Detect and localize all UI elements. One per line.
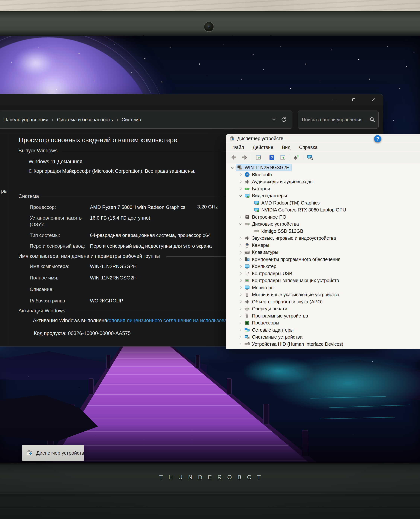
- info-row: Имя компьютера:WIN-11N2RNGSG2H: [30, 263, 255, 270]
- expander-closed-icon[interactable]: [237, 250, 244, 255]
- computer-icon: [237, 165, 243, 171]
- menu-item[interactable]: Справка: [299, 145, 318, 150]
- license-terms-link[interactable]: Условия лицензионного соглашения на испо…: [106, 318, 240, 323]
- expander-closed-icon[interactable]: [237, 179, 244, 184]
- laptop-brand-logo: THUNDEROBOT: [0, 474, 420, 481]
- expander-closed-icon[interactable]: [237, 278, 244, 283]
- minimize-button[interactable]: [330, 96, 338, 104]
- expander-closed-icon[interactable]: [237, 214, 244, 220]
- section-title: Выпуск Windows: [18, 148, 58, 154]
- expander-open-icon[interactable]: [229, 165, 236, 170]
- software-component-icon: [244, 256, 250, 262]
- selected-tree-item[interactable]: WIN-11N2RNGSG2H: [236, 164, 292, 171]
- tree-item[interactable]: Контроллеры USB: [226, 270, 420, 277]
- tree-item[interactable]: Компьютер: [226, 263, 420, 270]
- control-panel-titlebar[interactable]: [0, 94, 383, 105]
- monitor-icon: [244, 284, 250, 290]
- bezel-seam: [0, 508, 420, 508]
- scan-changes-icon[interactable]: [292, 154, 300, 161]
- tree-item[interactable]: Мониторы: [226, 284, 420, 291]
- tree-item[interactable]: kimtigo SSD 512GB: [226, 228, 420, 235]
- tree-item[interactable]: Bluetooth: [226, 171, 420, 178]
- tree-item-label: Очереди печати: [252, 306, 287, 312]
- tree-item[interactable]: Процессоры: [226, 319, 420, 327]
- breadcrumb-item[interactable]: Панель управления: [3, 117, 48, 122]
- expander-closed-icon[interactable]: [237, 334, 244, 340]
- expander-closed-icon[interactable]: [237, 313, 244, 319]
- tree-item[interactable]: WIN-11N2RNGSG2H: [226, 164, 420, 171]
- search-input[interactable]: Поиск в панели управления: [298, 111, 379, 129]
- nav-back-icon[interactable]: [230, 154, 238, 161]
- copyright: © Корпорация Майкрософт (Microsoft Corpo…: [29, 168, 195, 174]
- expander-closed-icon[interactable]: [237, 186, 244, 191]
- tree-item[interactable]: Сетевые адаптеры: [226, 327, 420, 334]
- address-bar[interactable]: Панель управления›Система и безопасность…: [0, 111, 292, 129]
- expander-closed-icon[interactable]: [237, 235, 244, 241]
- menu-item[interactable]: Вид: [282, 145, 290, 150]
- expander-closed-icon[interactable]: [237, 292, 244, 298]
- properties-icon[interactable]: [279, 154, 286, 161]
- expander-closed-icon[interactable]: [237, 271, 244, 276]
- device-manager-taskbar-button[interactable]: Диспетчер устройств: [22, 445, 84, 461]
- tree-item[interactable]: Контроллеры запоминающих устройств: [226, 277, 420, 284]
- expander-closed-icon[interactable]: [237, 320, 244, 326]
- menu-item[interactable]: Действие: [253, 145, 273, 150]
- laptop-top-bezel: [0, 11, 420, 36]
- tree-item[interactable]: Камеры: [226, 242, 420, 249]
- tree-item[interactable]: Объекты обработки звука (APO): [226, 298, 420, 305]
- expander-closed-icon[interactable]: [237, 257, 244, 262]
- expander-closed-icon[interactable]: [237, 264, 244, 269]
- expander-spacer: [247, 207, 254, 213]
- tree-item[interactable]: Звуковые, игровые и видеоустройства: [226, 235, 420, 242]
- expander-closed-icon[interactable]: [237, 299, 244, 305]
- address-dropdown-button[interactable]: [269, 115, 279, 124]
- tree-item[interactable]: Системные устройства: [226, 334, 420, 341]
- tree-item[interactable]: Дисковые устройства: [226, 221, 420, 228]
- expander-closed-icon[interactable]: [237, 341, 244, 347]
- breadcrumb-item[interactable]: Система и безопасность: [57, 117, 113, 122]
- menu-item[interactable]: Файл: [232, 145, 244, 150]
- tree-item[interactable]: Батареи: [226, 185, 420, 192]
- tree-item[interactable]: Устройства HID (Human Interface Devices): [226, 341, 420, 348]
- nav-forward-icon[interactable]: [241, 154, 248, 161]
- close-button[interactable]: [369, 96, 378, 104]
- refresh-button[interactable]: [279, 115, 289, 124]
- battery-icon: [244, 186, 250, 192]
- search-computer-icon[interactable]: [306, 154, 314, 161]
- expander-open-icon[interactable]: [237, 193, 244, 199]
- info-value: WORKGROUP: [90, 298, 123, 304]
- display-icon: [254, 207, 260, 213]
- tree-item[interactable]: NVIDIA GeForce RTX 3060 Laptop GPU: [226, 206, 420, 214]
- help-button[interactable]: ?: [374, 135, 381, 142]
- expander-open-icon[interactable]: [237, 221, 244, 227]
- expander-closed-icon[interactable]: [237, 327, 244, 333]
- tree-item[interactable]: Мыши и иные указывающие устройства: [226, 291, 420, 298]
- tree-item[interactable]: Клавиатуры: [226, 249, 420, 256]
- expander-closed-icon[interactable]: [237, 242, 244, 248]
- tree-item[interactable]: AMD Radeon(TM) Graphics: [226, 199, 420, 206]
- tree-item[interactable]: Очереди печати: [226, 305, 420, 313]
- tree-item[interactable]: Программные устройства: [226, 313, 420, 320]
- console-tree-icon[interactable]: [255, 154, 262, 161]
- info-row: Тип системы:64-разрядная операционная си…: [30, 232, 255, 239]
- search-icon: [369, 116, 375, 123]
- device-manager-titlebar[interactable]: Диспетчер устройств: [226, 134, 420, 143]
- toolbar-separator: [303, 154, 303, 161]
- tree-item[interactable]: Компоненты программного обеспечения: [226, 256, 420, 263]
- info-label: Описание:: [30, 286, 90, 293]
- info-value: 64-разрядная операционная система, проце…: [90, 232, 211, 239]
- maximize-button[interactable]: [349, 96, 358, 104]
- expander-closed-icon[interactable]: [237, 306, 244, 312]
- audio-icon: [244, 299, 250, 305]
- expander-closed-icon[interactable]: [237, 172, 244, 177]
- breadcrumb-separator-icon: ›: [116, 117, 118, 122]
- tree-item[interactable]: Видеоадаптеры: [226, 192, 420, 199]
- tree-item[interactable]: Встроенное ПО: [226, 214, 420, 221]
- tree-item[interactable]: Аудиовходы и аудиовыходы: [226, 178, 420, 185]
- display-icon: [254, 200, 260, 206]
- breadcrumb-item[interactable]: Система: [121, 117, 141, 122]
- windows-edition: Windows 11 Домашняя: [29, 159, 82, 165]
- help-icon[interactable]: ?: [268, 154, 276, 161]
- tree-item-label: Устройства HID (Human Interface Devices): [252, 341, 343, 347]
- expander-closed-icon[interactable]: [237, 285, 244, 290]
